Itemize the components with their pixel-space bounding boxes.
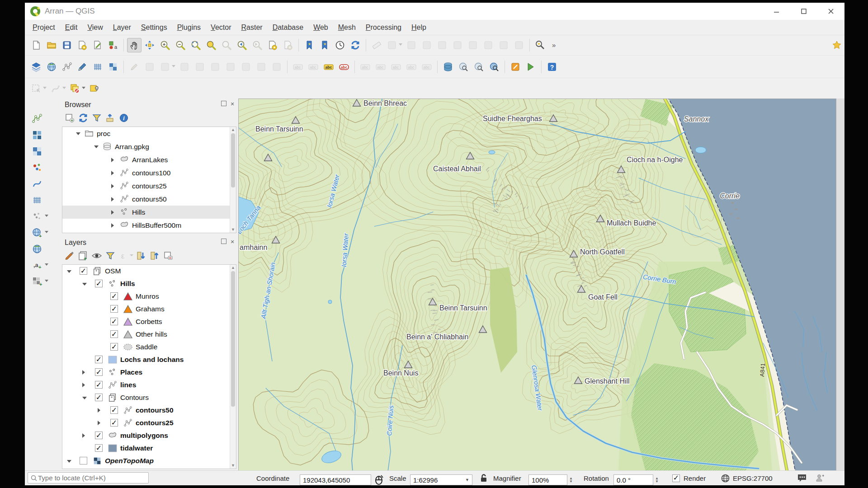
layer-row-contours[interactable]: ✓Contours — [62, 391, 236, 404]
processing-model-icon[interactable] — [524, 60, 538, 74]
locator-box[interactable] — [28, 472, 149, 483]
visibility-checkbox[interactable]: ✓ — [95, 432, 103, 439]
new-map-view-icon[interactable] — [265, 38, 280, 52]
rotation-spinner[interactable]: ▲▼ — [655, 477, 659, 483]
lock-scale-icon[interactable] — [480, 471, 488, 485]
news-icon[interactable]: ✦ — [815, 471, 824, 485]
menu-plugins[interactable]: Plugins — [172, 22, 206, 33]
new-virtual-layer-icon[interactable] — [30, 177, 44, 191]
zoom-last-icon[interactable] — [235, 38, 249, 52]
add-arcgis-icon[interactable]: + — [30, 275, 44, 288]
visibility-checkbox[interactable]: ✓ — [110, 330, 118, 338]
menu-processing[interactable]: Processing — [361, 22, 406, 33]
filter-browser-icon[interactable] — [91, 112, 103, 124]
layer-row-lochs-and-lochans[interactable]: ✓Lochs and lochans — [62, 353, 236, 366]
browser-row-hills[interactable]: Hills — [62, 206, 236, 219]
web-service2-icon[interactable] — [487, 60, 501, 74]
menu-web[interactable]: Web — [308, 22, 333, 33]
expander-down-icon[interactable] — [76, 132, 80, 135]
add-wfs-icon[interactable] — [30, 242, 44, 256]
crs-globe-icon[interactable] — [721, 471, 730, 485]
open-layer-styling-icon[interactable] — [64, 250, 75, 262]
add-vector-layer-icon[interactable] — [44, 60, 59, 74]
move-label-icon[interactable] — [87, 81, 102, 96]
scale-combo[interactable]: 1:62996 ▼ — [410, 474, 472, 485]
layer-labeling-icon[interactable]: abc — [321, 60, 336, 74]
visibility-checkbox[interactable]: ✓ — [110, 292, 118, 300]
expander-right-icon[interactable] — [111, 184, 114, 188]
layer-row-grahams[interactable]: ✓Grahams — [62, 303, 236, 315]
browser-row-arranlakes[interactable]: ArranLakes — [62, 153, 236, 166]
layout-manager-icon[interactable] — [90, 38, 105, 52]
visibility-checkbox[interactable]: ✓ — [110, 305, 118, 313]
layer-row-lines[interactable]: ✓lines — [62, 379, 236, 391]
expander-right-icon[interactable] — [111, 197, 114, 202]
expander-down-icon[interactable] — [82, 397, 87, 399]
layer-row-munros[interactable]: ✓Munros — [62, 290, 236, 303]
menu-raster[interactable]: Raster — [236, 22, 267, 33]
browser-row-contours50[interactable]: contours50 — [62, 192, 236, 206]
new-gpkg-layer-icon[interactable] — [30, 128, 44, 142]
favorites-icon[interactable] — [830, 38, 844, 52]
style-copy-icon[interactable] — [508, 60, 523, 74]
layer-row-other-hills[interactable]: ✓Other hills — [62, 328, 236, 341]
project-save-icon[interactable] — [60, 38, 74, 52]
menu-view[interactable]: View — [82, 22, 108, 33]
toolbar-overflow-icon[interactable]: » — [548, 38, 563, 52]
visibility-checkbox[interactable]: ✓ — [95, 394, 103, 401]
expander-right-icon[interactable] — [82, 433, 85, 438]
new-shapefile-icon[interactable] — [30, 145, 44, 158]
zoom-full-icon[interactable] — [189, 38, 203, 52]
layer-row-places[interactable]: ✓Places — [62, 366, 236, 379]
project-open-icon[interactable] — [44, 38, 59, 52]
browser-row-hillsbuffer500m[interactable]: HillsBuffer500m — [62, 219, 236, 232]
visibility-checkbox[interactable]: ✓ — [95, 368, 103, 376]
menu-mesh[interactable]: Mesh — [333, 22, 361, 33]
magnifier-spinner[interactable]: ▲▼ — [569, 477, 573, 483]
layer-row-hills[interactable]: ✓Hills — [62, 277, 236, 290]
layer-row-osm[interactable]: ✓OSM — [62, 265, 236, 277]
visibility-checkbox[interactable]: ✓ — [110, 419, 118, 427]
map-canvas[interactable]: Iorsa WaterIorsa WaterLoch TannaAllt Tig… — [238, 99, 836, 471]
browser-float-icon[interactable] — [221, 101, 226, 106]
extents-icon[interactable] — [374, 473, 384, 487]
crs-status[interactable]: EPSG:27700 — [733, 474, 773, 482]
add-group-icon[interactable]: + — [77, 250, 89, 262]
expander-right-icon[interactable] — [98, 408, 100, 413]
add-selected-layers-icon[interactable]: + — [64, 112, 75, 124]
menu-database[interactable]: Database — [268, 22, 309, 33]
expand-all-icon[interactable] — [135, 250, 147, 262]
layer-row-tidalwater[interactable]: ✓tidalwater — [62, 442, 236, 455]
menu-edit[interactable]: Edit — [60, 22, 83, 33]
deselect-all-layers-icon[interactable] — [68, 81, 82, 96]
visibility-checkbox[interactable]: ✓ — [95, 280, 103, 287]
browser-row-contours100[interactable]: contours100 — [62, 166, 236, 179]
expander-down-icon[interactable] — [94, 145, 99, 148]
new-print-layout-icon[interactable] — [75, 38, 90, 52]
magnifier-value[interactable]: 100% — [528, 474, 567, 485]
layers-float-icon[interactable] — [221, 239, 226, 244]
add-line-icon[interactable] — [75, 60, 90, 74]
add-pointcloud-icon[interactable] — [30, 210, 44, 223]
expander-right-icon[interactable] — [111, 223, 114, 228]
visibility-checkbox[interactable]: ✓ — [110, 318, 118, 325]
layers-scrollbar[interactable]: ▲▼ — [230, 265, 236, 469]
temporal-controller-icon[interactable] — [333, 38, 347, 52]
project-new-icon[interactable] — [29, 38, 43, 52]
collapse-all-icon[interactable] — [104, 112, 116, 124]
menu-settings[interactable]: Settings — [136, 22, 172, 33]
visibility-checkbox[interactable]: ✓ — [95, 356, 103, 363]
visibility-checkbox[interactable]: ✓ — [95, 381, 103, 389]
expander-down-icon[interactable] — [82, 283, 87, 286]
expander-right-icon[interactable] — [98, 421, 100, 425]
new-mesh-icon[interactable] — [30, 193, 44, 207]
manage-themes-icon[interactable] — [91, 250, 103, 262]
layers-close-icon[interactable]: ✕ — [229, 239, 236, 245]
remove-layer-icon[interactable] — [162, 250, 174, 262]
pan-to-selection-icon[interactable] — [142, 38, 157, 52]
new-bookmark-icon[interactable]: ★ — [317, 38, 332, 52]
show-bookmarks-icon[interactable]: ★ — [302, 38, 316, 52]
browser-row-contours25[interactable]: contours25 — [62, 179, 236, 192]
visibility-checkbox[interactable]: ✓ — [110, 406, 118, 414]
style-manager-icon[interactable]: a — [106, 38, 120, 52]
